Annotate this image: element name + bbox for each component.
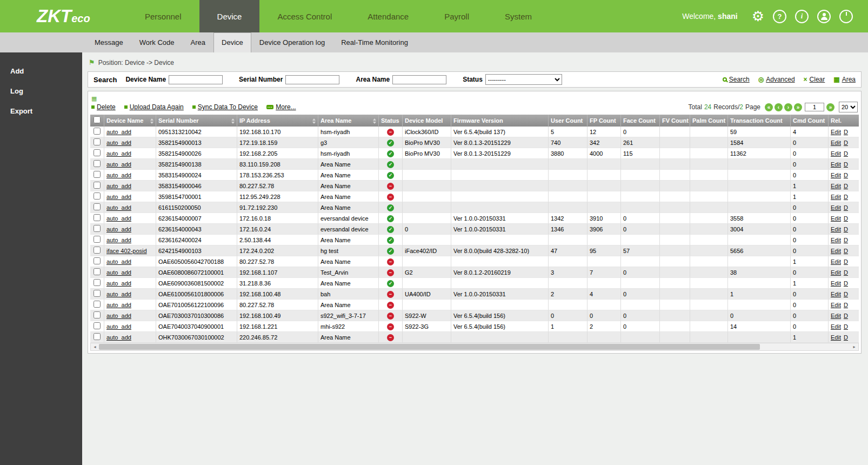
delete-link[interactable]: D [844,194,848,200]
edit-link[interactable]: Edit [831,226,841,232]
column-header-face-count[interactable]: Face Count [621,115,660,127]
device-name-link[interactable]: auto_add [106,129,131,135]
column-header-serial-number[interactable]: Serial Number [156,115,237,127]
subtab-device[interactable]: Device [213,32,251,52]
first-page-button[interactable]: « [765,103,773,111]
area-name-input[interactable] [392,75,446,84]
edit-link[interactable]: Edit [831,269,841,276]
delete-link[interactable]: D [844,248,848,254]
device-name-link[interactable]: auto_add [106,302,131,308]
edit-link[interactable]: Edit [831,323,841,330]
row-checkbox[interactable] [94,236,101,243]
go-page-button[interactable]: » [826,103,834,111]
page-size-select[interactable]: 20 [839,102,858,112]
column-header-fp-count[interactable]: FP Count [587,115,621,127]
row-checkbox[interactable] [94,322,101,329]
row-checkbox[interactable] [94,333,101,340]
device-name-link[interactable]: auto_add [106,313,131,319]
column-header-ip-address[interactable]: IP Address [237,115,318,127]
edit-link[interactable]: Edit [831,140,841,146]
column-header-transaction-count[interactable]: Transaction Count [728,115,791,127]
device-name-link[interactable]: auto_add [106,269,131,276]
delete-link[interactable]: D [844,172,848,178]
next-page-button[interactable]: › [784,103,792,111]
column-header-palm-count[interactable]: Palm Count [690,115,728,127]
device-name-link[interactable]: auto_add [106,161,131,168]
column-header-area-name[interactable]: Area Name [318,115,379,127]
row-checkbox[interactable] [94,160,101,167]
row-checkbox[interactable] [94,257,101,264]
row-checkbox[interactable] [94,171,101,178]
column-header-cmd-count[interactable]: Cmd Count [791,115,829,127]
delete-link[interactable]: D [844,302,848,308]
prev-page-button[interactable]: ‹ [774,103,783,111]
device-name-link[interactable]: auto_add [106,226,131,232]
more-action[interactable]: •••More... [266,103,296,111]
edit-link[interactable]: Edit [831,237,841,243]
sort-icon[interactable] [150,118,153,124]
delete-link[interactable]: D [844,161,848,168]
status-select[interactable]: --------- [485,74,562,85]
delete-link[interactable]: D [844,129,848,135]
column-header-status[interactable]: Status [379,115,403,127]
nav-tab-device[interactable]: Device [199,0,260,32]
last-page-button[interactable]: » [794,103,802,111]
device-name-input[interactable] [169,75,223,84]
delete-link[interactable]: D [844,334,848,341]
subtab-work-code[interactable]: Work Code [131,32,183,52]
delete-link[interactable]: D [844,226,848,232]
delete-link[interactable]: D [844,280,848,287]
column-header-device-model[interactable]: Device Model [403,115,451,127]
sidebar-item-log[interactable]: Log [0,81,82,101]
row-checkbox[interactable] [94,311,101,318]
delete-link[interactable]: D [844,291,848,297]
row-checkbox[interactable] [94,301,101,308]
device-name-link[interactable]: auto_add [106,183,131,189]
nav-tab-personnel[interactable]: Personnel [127,0,199,32]
delete-link[interactable]: D [844,237,848,243]
scroll-left-icon[interactable]: ◂ [91,344,99,349]
row-checkbox[interactable] [94,138,101,145]
row-checkbox[interactable] [94,290,101,297]
subtab-message[interactable]: Message [86,32,131,52]
row-checkbox[interactable] [94,279,101,286]
sync-data-to-device-action[interactable]: Sync Data To Device [192,103,258,111]
edit-link[interactable]: Edit [831,215,841,222]
column-header-device-name[interactable]: Device Name [104,115,156,127]
user-icon[interactable] [817,10,831,23]
delete-link[interactable]: D [844,140,848,146]
nav-tab-system[interactable]: System [487,0,550,32]
edit-link[interactable]: Edit [831,280,841,287]
scroll-right-icon[interactable]: ▸ [850,344,858,349]
device-name-link[interactable]: auto_add [106,258,131,265]
subtab-device-operation-log[interactable]: Device Operation log [251,32,333,52]
device-name-link[interactable]: auto_add [106,237,131,243]
power-icon[interactable] [839,10,853,23]
row-checkbox[interactable] [94,203,101,210]
row-checkbox[interactable] [94,182,101,189]
row-checkbox[interactable] [94,225,101,232]
device-name-link[interactable]: auto_add [106,204,131,211]
gear-icon[interactable]: ⚙ [752,9,764,23]
info-icon[interactable]: i [795,10,809,23]
device-name-link[interactable]: auto_add [106,150,131,157]
edit-link[interactable]: Edit [831,183,841,189]
sort-icon[interactable] [231,118,235,124]
delete-link[interactable]: D [844,323,848,330]
edit-link[interactable]: Edit [831,248,841,254]
delete-link[interactable]: D [844,150,848,157]
delete-link[interactable]: D [844,258,848,265]
edit-link[interactable]: Edit [831,150,841,157]
device-name-link[interactable]: iface 402-posid [106,248,147,254]
row-checkbox[interactable] [94,268,101,275]
device-name-link[interactable]: auto_add [106,215,131,222]
delete-action[interactable]: Delete [91,103,116,111]
subtab-area[interactable]: Area [183,32,213,52]
edit-link[interactable]: Edit [831,129,841,135]
help-icon[interactable]: ? [773,10,786,23]
row-checkbox[interactable] [94,149,101,156]
page-input[interactable] [805,103,824,111]
search-link[interactable]: Search [723,76,750,83]
nav-tab-attendance[interactable]: Attendance [350,0,426,32]
nav-tab-access-control[interactable]: Access Control [259,0,350,32]
